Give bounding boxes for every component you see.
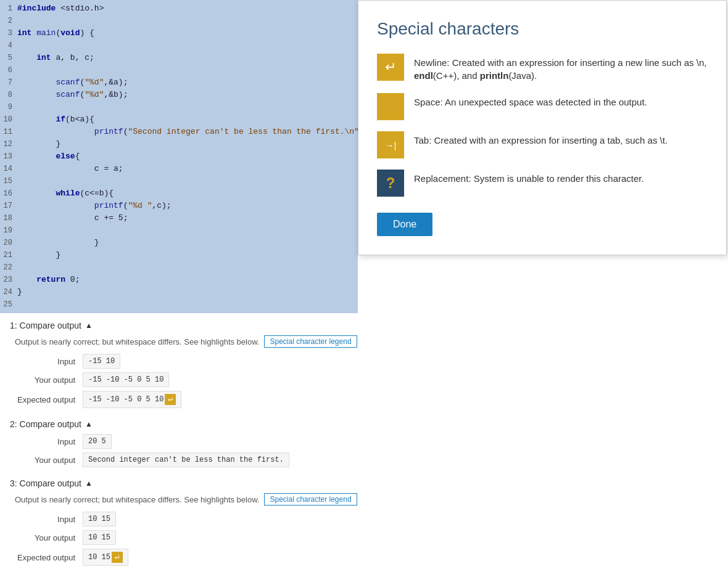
code-line-16: 16 while(c<=b){: [0, 187, 358, 200]
modal-title: Special characters: [377, 19, 708, 39]
special-characters-modal: Special characters ↵ Newline: Created wi…: [358, 0, 727, 255]
top-area: 1 #include <stdio.h> 2 3 int main(void) …: [0, 0, 728, 313]
your-output-row-2: Your output Second integer can't be less…: [10, 452, 718, 467]
code-line-8: 8 scanf("%d",&b);: [0, 89, 358, 101]
code-line-21: 21 }: [0, 249, 358, 261]
legend-item-tab: →| Tab: Created with an expression for i…: [377, 131, 708, 158]
space-icon: [377, 93, 404, 120]
code-line-12: 12 }: [0, 138, 358, 150]
chevron-up-icon-3: ▲: [85, 479, 93, 488]
compare-section-3: 3: Compare output ▲ Output is nearly cor…: [10, 478, 718, 566]
chevron-up-icon-1: ▲: [85, 321, 93, 330]
code-line-13: 13 else{: [0, 150, 358, 163]
compare-header-2-label: 2: Compare output: [10, 419, 81, 429]
code-line-9: 9: [0, 101, 358, 113]
newline-char-1: ↵: [165, 394, 176, 405]
legend-item-newline: ↵ Newline: Created with an expression fo…: [377, 54, 708, 82]
code-line-24: 24 }: [0, 286, 358, 298]
legend-item-space: Space: An unexpected space was detected …: [377, 93, 708, 120]
replacement-icon: ?: [377, 170, 404, 197]
input-value-2: 20 5: [83, 434, 112, 449]
main-content: 1: Compare output ▲ Output is nearly cor…: [0, 313, 728, 569]
whitespace-msg-3: Output is nearly correct; but whitespace…: [10, 493, 718, 506]
input-row-1: Input -15 10: [10, 354, 718, 369]
code-line-14: 14 c = a;: [0, 163, 358, 175]
compare-header-1: 1: Compare output ▲: [10, 321, 718, 330]
compare-header-1-label: 1: Compare output: [10, 321, 81, 330]
space-text: Space: An unexpected space was detected …: [414, 93, 647, 108]
code-line-3: 3 int main(void) {: [0, 27, 358, 39]
legend-item-replacement: ? Replacement: System is unable to rende…: [377, 170, 708, 197]
input-value-3: 10 15: [83, 512, 116, 526]
code-line-18: 18 c += 5;: [0, 212, 358, 224]
compare-header-3: 3: Compare output ▲: [10, 478, 718, 488]
code-line-5: 5 int a, b, c;: [0, 52, 358, 64]
input-label-1: Input: [15, 357, 83, 366]
code-line-22: 22: [0, 261, 358, 274]
input-label-2: Input: [15, 437, 83, 446]
your-output-label-3: Your output: [15, 533, 83, 542]
code-line-7: 7 scanf("%d",&a);: [0, 76, 358, 89]
code-line-4: 4: [0, 39, 358, 52]
replacement-text: Replacement: System is unable to render …: [414, 170, 644, 185]
your-output-value-1: -15 -10 -5 0 5 10: [83, 372, 169, 387]
your-output-row-1: Your output -15 -10 -5 0 5 10: [10, 372, 718, 387]
tab-icon: →|: [377, 131, 404, 158]
input-label-3: Input: [15, 515, 83, 524]
code-line-11: 11 printf("Second integer can't be less …: [0, 126, 358, 138]
compare-header-2: 2: Compare output ▲: [10, 419, 718, 429]
tab-text: Tab: Created with an expression for inse…: [414, 131, 668, 147]
input-value-1: -15 10: [83, 354, 120, 369]
code-line-19: 19: [0, 224, 358, 237]
code-line-6: 6: [0, 64, 358, 76]
expected-output-value-1: -15 -10 -5 0 5 10↵: [83, 391, 181, 408]
expected-output-row-1: Expected output -15 -10 -5 0 5 10↵: [10, 391, 718, 408]
input-row-3: Input 10 15: [10, 512, 718, 526]
your-output-row-3: Your output 10 15: [10, 530, 718, 545]
input-row-2: Input 20 5: [10, 434, 718, 449]
code-line-15: 15: [0, 175, 358, 187]
compare-section-1: 1: Compare output ▲ Output is nearly cor…: [10, 321, 718, 408]
whitespace-msg-1: Output is nearly correct; but whitespace…: [10, 335, 718, 348]
compare-header-3-label: 3: Compare output: [10, 478, 81, 488]
expected-output-label-1: Expected output: [15, 395, 83, 404]
your-output-value-2: Second integer can't be less than the fi…: [83, 452, 289, 467]
code-line-25: 25: [0, 298, 358, 311]
code-line-2: 2: [0, 15, 358, 27]
newline-text: Newline: Created with an expression for …: [414, 54, 708, 82]
expected-output-value-3: 10 15↵: [83, 549, 128, 566]
code-line-20: 20 }: [0, 237, 358, 249]
code-line-17: 17 printf("%d ",c);: [0, 200, 358, 212]
code-line-23: 23 return 0;: [0, 274, 358, 286]
compare-section-2: 2: Compare output ▲ Input 20 5 Your outp…: [10, 419, 718, 467]
expected-output-label-3: Expected output: [15, 553, 83, 562]
done-button[interactable]: Done: [377, 213, 432, 236]
expected-output-row-3: Expected output 10 15↵: [10, 549, 718, 566]
your-output-label-1: Your output: [15, 375, 83, 385]
special-char-link-1[interactable]: Special character legend: [264, 335, 357, 348]
your-output-value-3: 10 15: [83, 530, 116, 545]
code-line-10: 10 if(b<a){: [0, 113, 358, 126]
newline-icon: ↵: [377, 54, 404, 81]
code-editor: 1 #include <stdio.h> 2 3 int main(void) …: [0, 0, 358, 313]
your-output-label-2: Your output: [15, 456, 83, 465]
newline-char-3: ↵: [112, 552, 123, 563]
code-line-1: 1 #include <stdio.h>: [0, 2, 358, 15]
chevron-up-icon-2: ▲: [85, 420, 93, 428]
special-char-link-3[interactable]: Special character legend: [264, 493, 357, 506]
